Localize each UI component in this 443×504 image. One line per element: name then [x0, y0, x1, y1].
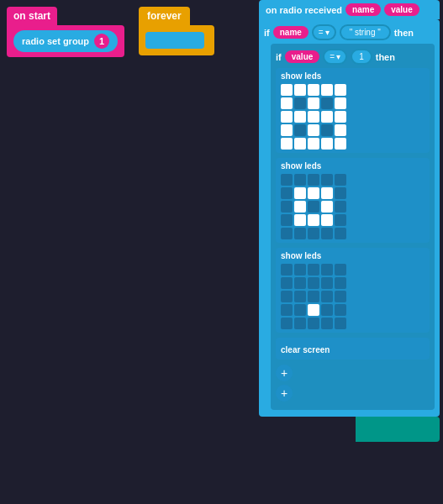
led-cell[interactable]	[281, 187, 293, 199]
led-cell[interactable]	[308, 174, 319, 186]
string-value-badge[interactable]: " string "	[340, 24, 391, 40]
led-cell[interactable]	[321, 304, 333, 316]
led-cell[interactable]	[335, 97, 346, 109]
led-cell[interactable]	[321, 291, 333, 302]
led-cell[interactable]	[335, 174, 346, 186]
led-cell[interactable]	[308, 228, 319, 239]
if-row-1: if name = ▾ " string " then	[264, 24, 435, 40]
led-cell[interactable]	[308, 291, 319, 302]
led-cell[interactable]	[281, 174, 293, 186]
led-cell[interactable]	[308, 201, 319, 213]
clear-screen-block[interactable]: clear screen	[276, 338, 430, 360]
led-cell[interactable]	[321, 84, 333, 96]
led-cell[interactable]	[321, 174, 333, 186]
led-cell[interactable]	[294, 138, 306, 150]
radio-set-group-block[interactable]: radio set group 1	[13, 30, 118, 52]
led-cell[interactable]	[281, 124, 293, 136]
led-cell[interactable]	[335, 264, 346, 276]
led-cell[interactable]	[294, 304, 306, 316]
led-cell[interactable]	[294, 318, 306, 329]
led-cell[interactable]	[281, 97, 293, 109]
led-cell[interactable]	[335, 291, 346, 302]
led-cell[interactable]	[335, 124, 346, 136]
led-cell[interactable]	[335, 318, 346, 329]
led-cell[interactable]	[308, 214, 319, 226]
radio-group-value: 1	[94, 34, 109, 49]
led-cell[interactable]	[335, 111, 346, 123]
teal-bar-container	[259, 417, 440, 442]
led-cell[interactable]	[308, 187, 319, 199]
led-cell[interactable]	[308, 84, 319, 96]
led-cell[interactable]	[321, 124, 333, 136]
led-cell[interactable]	[281, 138, 293, 150]
param-name-badge[interactable]: name	[345, 3, 381, 16]
led-cell[interactable]	[321, 187, 333, 199]
led-cell[interactable]	[335, 187, 346, 199]
forever-inner	[145, 32, 204, 49]
led-cell[interactable]	[308, 318, 319, 329]
show-leds-block-3[interactable]: show leds	[276, 248, 430, 333]
led-cell[interactable]	[308, 277, 319, 289]
led-cell[interactable]	[294, 187, 306, 199]
show-leds-block-2[interactable]: show leds	[276, 158, 430, 243]
led-cell[interactable]	[308, 124, 319, 136]
led-cell[interactable]	[294, 277, 306, 289]
led-cell[interactable]	[321, 277, 333, 289]
led-cell[interactable]	[321, 97, 333, 109]
led-cell[interactable]	[294, 264, 306, 276]
value-param-badge[interactable]: value	[285, 50, 320, 63]
name-param-badge[interactable]: name	[273, 26, 309, 39]
led-cell[interactable]	[294, 291, 306, 302]
num-value-badge[interactable]: 1	[351, 49, 372, 65]
led-cell[interactable]	[294, 124, 306, 136]
led-cell[interactable]	[281, 214, 293, 226]
led-cell[interactable]	[321, 318, 333, 329]
led-cell[interactable]	[281, 304, 293, 316]
led-cell[interactable]	[308, 138, 319, 150]
show-leds-block-1[interactable]: show leds	[276, 68, 430, 153]
param-value-badge[interactable]: value	[384, 3, 419, 16]
show-leds-label-2: show leds	[281, 161, 425, 171]
led-cell[interactable]	[321, 138, 333, 150]
led-cell[interactable]	[281, 228, 293, 239]
led-cell[interactable]	[308, 304, 319, 316]
led-cell[interactable]	[335, 138, 346, 150]
plus-button-1[interactable]: +	[276, 365, 293, 381]
teal-extension-bar	[356, 417, 440, 442]
led-cell[interactable]	[281, 84, 293, 96]
on-start-body: radio set group 1	[7, 25, 124, 57]
forever-body	[139, 25, 214, 55]
led-cell[interactable]	[294, 228, 306, 239]
led-cell[interactable]	[281, 318, 293, 329]
led-cell[interactable]	[294, 174, 306, 186]
led-cell[interactable]	[335, 304, 346, 316]
led-cell[interactable]	[335, 84, 346, 96]
led-cell[interactable]	[281, 201, 293, 213]
equals-dropdown-1[interactable]: = ▾	[312, 24, 336, 40]
led-cell[interactable]	[294, 111, 306, 123]
led-cell[interactable]	[321, 264, 333, 276]
led-cell[interactable]	[335, 201, 346, 213]
led-cell[interactable]	[321, 111, 333, 123]
led-cell[interactable]	[308, 97, 319, 109]
equals-dropdown-2[interactable]: = ▾	[323, 49, 347, 65]
led-cell[interactable]	[294, 97, 306, 109]
forever-header: forever	[139, 7, 190, 25]
led-cell[interactable]	[321, 214, 333, 226]
led-cell[interactable]	[335, 214, 346, 226]
plus-button-2[interactable]: +	[276, 385, 293, 402]
led-cell[interactable]	[281, 291, 293, 302]
led-cell[interactable]	[321, 201, 333, 213]
led-cell[interactable]	[294, 214, 306, 226]
equals-symbol-1: =	[319, 28, 324, 37]
led-cell[interactable]	[294, 84, 306, 96]
led-cell[interactable]	[281, 264, 293, 276]
led-cell[interactable]	[308, 111, 319, 123]
led-cell[interactable]	[281, 277, 293, 289]
led-cell[interactable]	[335, 228, 346, 239]
led-cell[interactable]	[335, 277, 346, 289]
led-cell[interactable]	[308, 264, 319, 276]
led-cell[interactable]	[281, 111, 293, 123]
led-cell[interactable]	[294, 201, 306, 213]
led-cell[interactable]	[321, 228, 333, 239]
